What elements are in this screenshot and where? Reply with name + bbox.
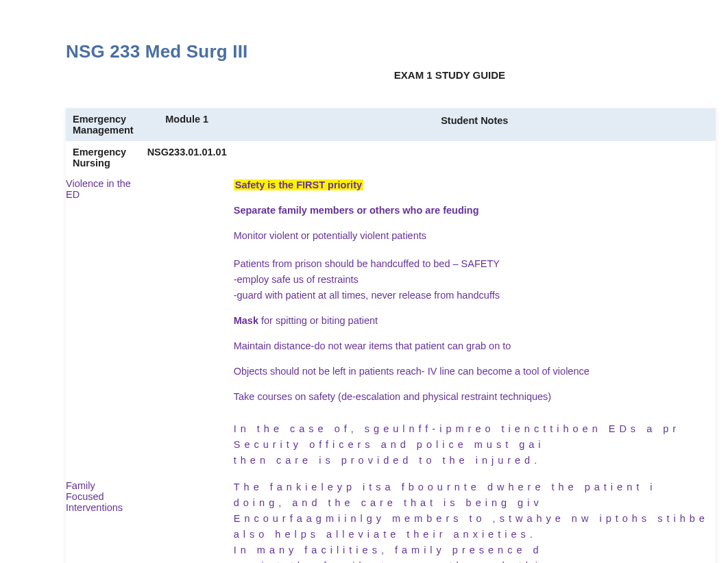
note-line: Safety is the FIRST priority [234, 178, 709, 192]
wide-line: In the case of, sgeulnff-ipmreo tienctti… [234, 422, 709, 436]
violence-notes: Safety is the FIRST priority Separate fa… [234, 174, 716, 476]
document-page: NSG 233 Med Surg III EXAM 1 STUDY GUIDE … [0, 41, 728, 563]
note-line: -employ safe us of restraints [234, 273, 709, 287]
row-violence: Violence in the ED Safety is the FIRST p… [66, 174, 716, 476]
note-line: Maintain distance-do not wear items that… [234, 339, 709, 353]
header-col2: Module 1 [141, 108, 234, 141]
page-subtitle: EXAM 1 STUDY GUIDE [244, 69, 655, 81]
note-line: Mask for spitting or biting patient [234, 314, 709, 328]
family-label: Family Focused Interventions [66, 476, 141, 563]
table-header-row: Emergency Management Module 1 Student No… [66, 108, 716, 141]
mask-rest: for spitting or biting patient [258, 315, 378, 326]
row-emergency-nursing: Emergency Nursing NSG233.01.01.01 [66, 141, 716, 174]
header-col3: Student Notes [234, 108, 716, 141]
en-col3 [234, 141, 716, 174]
note-line: Separate family members or others who ar… [234, 203, 709, 218]
wide-line: Encourfaagmiinlgy members to ,stwahye nw… [234, 512, 709, 526]
family-notes: The fankieleyp itsa fboournte dwhere the… [234, 476, 716, 563]
wide-line: The fankieleyp itsa fboournte dwhere the… [234, 480, 709, 495]
wide-line: also helps alleviate their anxieties. [234, 527, 709, 542]
notes-block: Safety is the FIRST priority Separate fa… [234, 178, 709, 404]
family-module [141, 476, 234, 563]
study-guide-table: Emergency Management Module 1 Student No… [66, 108, 716, 563]
violence-label: Violence in the ED [66, 174, 141, 476]
wide-line: then care is provided to the injured. [234, 453, 709, 468]
row-family: Family Focused Interventions The fankiel… [66, 476, 716, 563]
header-col1: Emergency Management [66, 108, 141, 141]
page-title: NSG 233 Med Surg III [66, 41, 701, 62]
wide-text-block: The fankieleyp itsa fboournte dwhere the… [234, 480, 709, 563]
note-line: Monitor violent or potentially violent p… [234, 229, 709, 243]
wide-line: doing, and the care that is being giv [234, 496, 709, 510]
wide-line: assist the family to cope through thi [234, 559, 709, 563]
note-line: Patients from prison should be handcuffe… [234, 257, 709, 271]
wide-line: In many facilities, family presence d [234, 543, 709, 558]
en-col2: NSG233.01.01.01 [141, 141, 234, 174]
wide-text-block: In the case of, sgeulnff-ipmreo tienctti… [234, 422, 709, 468]
note-line: Objects should not be left in patients r… [234, 364, 709, 379]
highlight-safety: Safety is the FIRST priority [234, 179, 363, 190]
violence-module [141, 174, 234, 476]
note-line: Take courses on safety (de-escalation an… [234, 390, 709, 404]
note-line: -guard with patient at all times, never … [234, 288, 709, 303]
mask-bold: Mask [234, 315, 258, 326]
wide-line: Security officers and police must gai [234, 438, 709, 452]
en-col1: Emergency Nursing [66, 141, 141, 174]
